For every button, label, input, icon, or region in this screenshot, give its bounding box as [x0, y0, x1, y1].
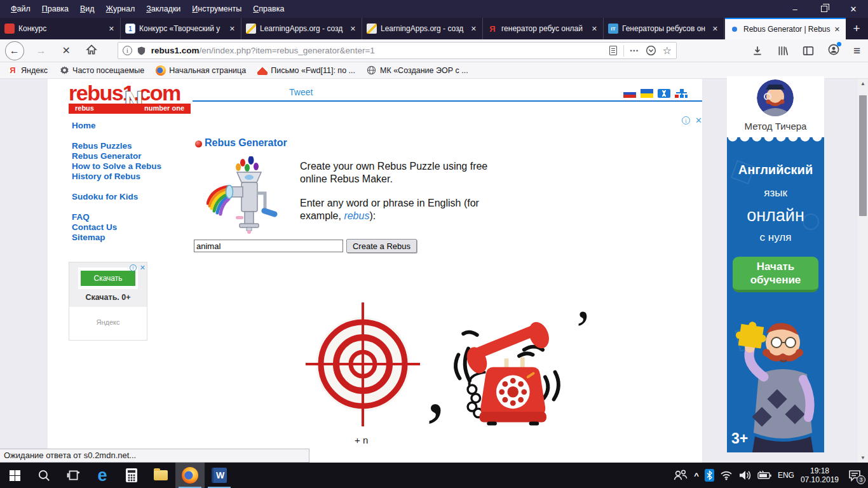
hamburger-menu-icon[interactable]: ≡ — [853, 44, 860, 58]
site-info-icon[interactable]: i — [123, 46, 132, 55]
firefox-taskbar-button[interactable] — [175, 463, 205, 488]
tab-close-icon[interactable]: ✕ — [228, 24, 236, 34]
bookmark-yandex[interactable]: ЯЯндекс — [8, 65, 48, 76]
word-input[interactable] — [194, 240, 343, 252]
scrollbar-thumb[interactable] — [859, 95, 867, 216]
menu-file[interactable]: Файл — [5, 0, 36, 18]
teacher-method-ad[interactable]: Метод Тичера Английский язык онлайн с ну… — [727, 76, 824, 452]
tab-rebus-generator-active[interactable]: Rebus Generator | Rebus ✕ — [725, 18, 846, 39]
forward-button[interactable]: → — [33, 45, 50, 57]
bookmark-mk-eor[interactable]: МК «Создание ЭОР с ... — [367, 65, 468, 76]
downloads-icon[interactable] — [752, 45, 763, 57]
nav-sudoku[interactable]: Sudoku for Kids — [72, 192, 186, 202]
menu-edit[interactable]: Правка — [36, 0, 74, 18]
tab-favicon-learningapps — [246, 24, 256, 34]
bluetooth-icon[interactable] — [705, 469, 714, 482]
download-ad-button[interactable]: Скачать — [81, 271, 135, 286]
tab-close-icon[interactable]: ✕ — [833, 24, 841, 35]
scroll-down-icon[interactable]: ▼ — [858, 455, 868, 461]
rebus-example-link[interactable]: rebus — [344, 210, 369, 221]
menu-bar: Файл Правка Вид Журнал Закладки Инструме… — [0, 0, 290, 18]
ad-line-2: язык — [727, 187, 824, 200]
site-logo[interactable]: N rebus1.com rebus number one — [69, 83, 193, 113]
battery-icon[interactable] — [757, 470, 772, 480]
tab-close-icon[interactable]: ✕ — [711, 24, 719, 34]
language-flags — [623, 89, 688, 98]
sidebar-toggle-icon[interactable] — [803, 45, 814, 57]
language-indicator[interactable]: ENG — [778, 471, 794, 480]
volume-icon[interactable] — [738, 470, 751, 481]
status-bar: Ожидание ответа от s0.2mdn.net... — [0, 449, 309, 463]
tab-learningapps-1[interactable]: LearningApps.org - созд ✕ — [241, 18, 362, 39]
page-actions-icon[interactable]: ••• — [630, 48, 639, 54]
start-learning-button[interactable]: Начать обучение — [733, 257, 818, 292]
ad-info-icon[interactable]: i — [130, 264, 137, 271]
nav-rebus-generator[interactable]: Rebus Generator — [72, 151, 186, 161]
new-tab-button[interactable]: + — [846, 18, 867, 39]
pocket-icon[interactable] — [646, 45, 656, 56]
tab-konkurs[interactable]: Конкурс ✕ — [0, 18, 121, 39]
tab-close-icon[interactable]: ✕ — [107, 24, 116, 34]
hidden-icons-chevron[interactable]: ^ — [694, 471, 699, 480]
calculator-button[interactable] — [117, 463, 146, 488]
tab-close-icon[interactable]: ✕ — [470, 24, 478, 34]
file-explorer-button[interactable] — [146, 463, 175, 488]
bookmark-star-icon[interactable]: ☆ — [663, 46, 672, 56]
contact-mail-icon[interactable] — [658, 89, 670, 98]
tab-close-icon[interactable]: ✕ — [590, 24, 599, 34]
library-icon[interactable] — [777, 45, 789, 57]
tab-konkurs-tvorcheskiy[interactable]: 1 Конкурс «Творческий у ✕ — [121, 18, 241, 39]
tab-generators[interactable]: IT Генераторы ребусов он ✕ — [604, 18, 724, 39]
bookmark-letter[interactable]: Письмо «Fwd[11]: по ... — [257, 66, 355, 75]
tab-close-icon[interactable]: ✕ — [349, 24, 357, 34]
url-bar[interactable]: i rebus1.com/en/index.php?item=rebus_gen… — [118, 42, 677, 59]
page-scrollbar[interactable]: ▲ ▼ — [858, 79, 868, 463]
scroll-up-icon[interactable]: ▲ — [858, 81, 868, 86]
tab-title: генератор ребус онлай — [501, 24, 588, 33]
menu-view[interactable]: Вид — [74, 0, 100, 18]
sitemap-icon[interactable] — [675, 89, 688, 98]
create-rebus-button[interactable]: Create a Rebus — [346, 239, 417, 253]
menu-help[interactable]: Справка — [247, 0, 290, 18]
restore-button[interactable] — [810, 0, 839, 18]
start-button[interactable] — [0, 463, 29, 488]
wifi-icon[interactable] — [720, 470, 733, 480]
system-tray: ^ ENG 19:1807.10.2019 3 — [673, 463, 868, 488]
nav-history[interactable]: History of Rebus — [72, 172, 186, 182]
home-button[interactable] — [83, 44, 100, 58]
people-icon[interactable] — [673, 469, 688, 482]
word-taskbar-button[interactable]: W — [205, 463, 234, 488]
tweet-link[interactable]: Tweet — [289, 87, 313, 97]
reader-mode-icon[interactable] — [609, 46, 617, 55]
account-icon[interactable] — [828, 44, 839, 58]
task-view-button[interactable] — [58, 463, 88, 488]
action-center-button[interactable]: 3 — [848, 469, 862, 482]
bookmark-home-page[interactable]: Начальная страница — [156, 65, 246, 76]
minimize-button[interactable]: – — [780, 0, 810, 18]
ad-close-icon[interactable]: ✕ — [140, 264, 146, 272]
nav-how-to-solve[interactable]: How to Solve a Rebus — [72, 161, 186, 172]
back-button[interactable]: ← — [5, 41, 24, 60]
close-button[interactable]: ✕ — [839, 0, 868, 18]
menu-tools[interactable]: Инструменты — [186, 0, 247, 18]
stop-button[interactable]: ✕ — [58, 44, 74, 57]
nav-rebus-puzzles[interactable]: Rebus Puzzles — [72, 141, 186, 151]
edge-button[interactable]: e — [88, 463, 117, 488]
nav-home[interactable]: Home — [72, 121, 186, 131]
tracking-shield-icon[interactable] — [137, 46, 146, 56]
nav-sitemap[interactable]: Sitemap — [72, 233, 186, 243]
russian-flag-icon[interactable] — [623, 89, 636, 98]
ukrainian-flag-icon[interactable] — [641, 89, 653, 98]
search-button[interactable] — [29, 463, 58, 488]
tab-yandex-search[interactable]: Я генератор ребус онлай ✕ — [483, 18, 604, 39]
clock[interactable]: 19:1807.10.2019 — [801, 466, 839, 484]
bookmark-frequent[interactable]: Часто посещаемые — [59, 65, 144, 76]
nav-contact[interactable]: Contact Us — [72, 222, 186, 233]
menu-history[interactable]: Журнал — [100, 0, 141, 18]
menu-bookmarks[interactable]: Закладки — [140, 0, 186, 18]
screen: Файл Правка Вид Журнал Закладки Инструме… — [0, 0, 868, 488]
nav-faq[interactable]: FAQ — [72, 212, 186, 222]
tab-learningapps-2[interactable]: LearningApps.org - созд ✕ — [362, 18, 483, 39]
ad-close-icon[interactable]: ✕ — [695, 116, 702, 125]
ad-info-icon[interactable]: i — [682, 116, 690, 125]
